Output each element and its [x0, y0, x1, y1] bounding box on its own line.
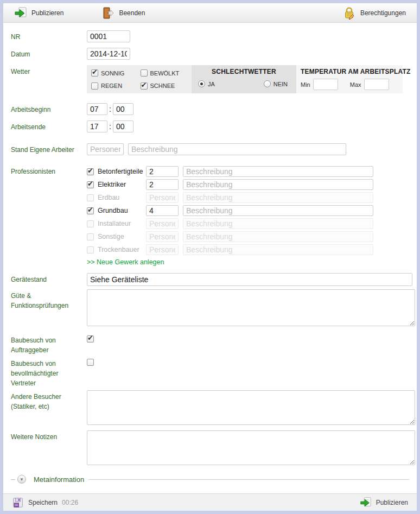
arbeitsbeginn-label: Arbeitsbeginn: [11, 103, 87, 115]
trockenbauer-personen-input[interactable]: [146, 244, 179, 255]
temp-min-label: Min: [301, 81, 310, 88]
temp-max-label: Max: [350, 81, 361, 88]
sonstige-checkbox[interactable]: [87, 233, 94, 240]
weather-option-regen[interactable]: REGEN: [91, 82, 138, 91]
arbeitsende-minute-input[interactable]: [113, 120, 133, 132]
grundbau-personen-input[interactable]: [146, 205, 179, 216]
datum-row: Datum: [11, 48, 409, 60]
weitere-notizen-textarea[interactable]: [87, 430, 415, 465]
bottom-statusbar: Speichern 00:26 Publizieren: [3, 493, 417, 511]
publish-arrow-icon: [14, 7, 27, 20]
lock-pencil-icon: [343, 7, 356, 20]
sonnig-label: SONNIG: [101, 70, 124, 77]
grundbau-checkbox[interactable]: [87, 207, 94, 214]
weitere-notizen-row: Weitere Notizen: [11, 430, 409, 465]
elektriker-beschreibung-input[interactable]: [183, 179, 373, 190]
nr-input[interactable]: [87, 30, 130, 42]
save-button-label: Speichern: [28, 499, 58, 506]
sonnig-checkbox[interactable]: [91, 69, 98, 77]
elektriker-checkbox[interactable]: [87, 181, 94, 188]
arbeitsende-hour-input[interactable]: [87, 120, 107, 132]
weather-option-sonnig[interactable]: SONNIG: [91, 69, 138, 78]
temp-min-input[interactable]: [313, 79, 338, 90]
professionist-name: Erdbau: [98, 194, 146, 201]
schlechtwetter-nein-option[interactable]: NEIN: [264, 80, 288, 87]
ja-radio[interactable]: [198, 80, 205, 87]
baubesuch-auftraggeber-label: Baubesuch von Auftraggeber: [11, 334, 87, 355]
betonfertigteile-beschreibung-input[interactable]: [183, 166, 373, 177]
nein-radio[interactable]: [264, 80, 271, 87]
publish-button-bottom[interactable]: Publizieren: [360, 497, 408, 509]
guete-label: Güte & Funktionsprüfungen: [11, 289, 87, 310]
save-button[interactable]: Speichern: [12, 497, 58, 509]
time-separator: :: [109, 122, 111, 131]
betonfertigteile-checkbox[interactable]: [87, 168, 94, 175]
weather-conditions-box: SONNIG BEWÖLKT REGEN SCHNEE: [87, 65, 192, 93]
ja-label: JA: [208, 81, 215, 87]
arbeitsbeginn-minute-input[interactable]: [113, 103, 133, 115]
andere-besucher-label: Andere Besucher (Statiker, etc): [11, 390, 87, 411]
geraetestand-input[interactable]: [87, 273, 412, 286]
metainformation-label: Metainformation: [34, 475, 84, 484]
weather-strip: SONNIG BEWÖLKT REGEN SCHNEE: [87, 65, 403, 93]
floppy-save-icon: [12, 497, 24, 509]
professionisten-list: Betonfertigteile Elektriker Erdbau: [87, 165, 409, 256]
erdbau-checkbox[interactable]: [87, 194, 94, 201]
metainformation-section-header: ▼ Metainformation: [11, 475, 409, 484]
baubesuch-vertreter-checkbox[interactable]: [87, 359, 94, 366]
schlechtwetter-ja-option[interactable]: JA: [198, 80, 215, 87]
andere-besucher-textarea[interactable]: [87, 390, 415, 425]
professionist-row-elektriker: Elektriker: [87, 178, 409, 191]
baubesuch-auftraggeber-checkbox[interactable]: [87, 335, 94, 342]
grundbau-beschreibung-input[interactable]: [183, 205, 373, 216]
door-exit-icon: [101, 7, 114, 20]
professionist-name: Installateur: [98, 220, 146, 227]
regen-checkbox[interactable]: [91, 83, 98, 90]
wetter-row: Wetter SONNIG BEWÖLKT: [11, 65, 409, 93]
eigene-arbeiter-personen-input[interactable]: [87, 143, 124, 155]
andere-besucher-row: Andere Besucher (Statiker, etc): [11, 390, 409, 425]
temperatur-box: TEMPERATUR AM ARBEITSPLATZ Min Max: [296, 65, 403, 93]
weather-option-bewoelkt[interactable]: BEWÖLKT: [141, 69, 188, 78]
temperatur-title: TEMPERATUR AM ARBEITSPLATZ: [301, 68, 399, 75]
datum-input[interactable]: [87, 48, 130, 60]
publish-button[interactable]: Publizieren: [11, 5, 67, 21]
installateur-personen-input[interactable]: [146, 218, 179, 229]
professionist-name: Betonfertigteile: [98, 168, 146, 175]
professionist-name: Grundbau: [98, 207, 146, 214]
arbeitsbeginn-hour-input[interactable]: [87, 103, 107, 115]
erdbau-beschreibung-input[interactable]: [183, 192, 373, 203]
datum-label: Datum: [11, 48, 87, 59]
schnee-checkbox[interactable]: [141, 83, 148, 90]
betonfertigteile-personen-input[interactable]: [146, 166, 179, 177]
weather-option-schnee[interactable]: SCHNEE: [141, 82, 188, 91]
regen-label: REGEN: [101, 83, 122, 89]
elektriker-personen-input[interactable]: [146, 179, 179, 190]
nr-label: NR: [11, 30, 87, 42]
bewoelkt-checkbox[interactable]: [141, 69, 148, 77]
installateur-checkbox[interactable]: [87, 220, 94, 227]
professionist-name: Trockenbauer: [98, 246, 146, 253]
add-trade-link[interactable]: >> Neue Gewerk anlegen: [87, 258, 164, 266]
erdbau-personen-input[interactable]: [146, 192, 179, 203]
bewoelkt-label: BEWÖLKT: [150, 70, 180, 77]
arbeitsende-label: Arbeitsende: [11, 120, 87, 132]
permissions-button-label: Berechtigungen: [360, 9, 406, 17]
permissions-button[interactable]: Berechtigungen: [340, 5, 409, 21]
installateur-beschreibung-input[interactable]: [183, 218, 373, 229]
schlechtwetter-title: SCHLECHTWETTER: [197, 68, 291, 75]
sonstige-personen-input[interactable]: [146, 231, 179, 242]
schlechtwetter-box: SCHLECHTWETTER JA NEIN: [192, 65, 296, 93]
wetter-label: Wetter: [11, 65, 87, 77]
stand-eigene-arbeiter-label: Stand Eigene Arbeiter: [11, 143, 87, 155]
trockenbauer-checkbox[interactable]: [87, 246, 94, 253]
guete-textarea[interactable]: [87, 289, 415, 326]
trockenbauer-beschreibung-input[interactable]: [183, 244, 373, 255]
nr-row: NR: [11, 30, 409, 42]
chevron-down-icon[interactable]: ▼: [17, 475, 26, 484]
eigene-arbeiter-beschreibung-input[interactable]: [128, 143, 346, 155]
sonstige-beschreibung-input[interactable]: [183, 231, 373, 242]
professionist-row-betonfertigteile: Betonfertigteile: [87, 165, 409, 178]
temp-max-input[interactable]: [364, 79, 389, 90]
exit-button[interactable]: Beenden: [98, 5, 148, 21]
